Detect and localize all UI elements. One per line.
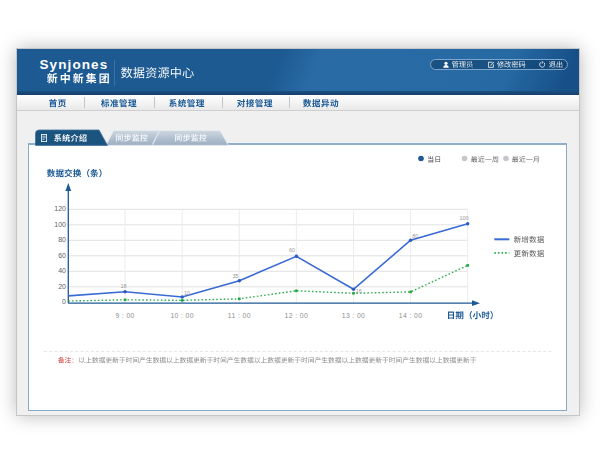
svg-text:0: 0 bbox=[62, 298, 66, 305]
svg-text:11 : 00: 11 : 00 bbox=[228, 312, 251, 319]
svg-text:60: 60 bbox=[58, 252, 66, 259]
svg-text:14 : 00: 14 : 00 bbox=[399, 312, 423, 319]
svg-text:80: 80 bbox=[412, 233, 418, 239]
svg-text:10 : 00: 10 : 00 bbox=[170, 312, 194, 319]
svg-text:13 : 00: 13 : 00 bbox=[342, 312, 366, 319]
svg-text:80: 80 bbox=[58, 236, 66, 243]
svg-text:20: 20 bbox=[58, 283, 66, 290]
svg-text:12 : 00: 12 : 00 bbox=[285, 312, 309, 319]
svg-text:60: 60 bbox=[289, 247, 295, 253]
svg-text:35: 35 bbox=[233, 273, 239, 279]
svg-text:100: 100 bbox=[460, 215, 469, 221]
svg-text:100: 100 bbox=[54, 221, 66, 228]
svg-text:120: 120 bbox=[54, 205, 66, 212]
svg-text:16: 16 bbox=[356, 288, 362, 294]
svg-text:18: 18 bbox=[121, 283, 127, 289]
svg-text:9 : 00: 9 : 00 bbox=[115, 312, 134, 319]
svg-text:10: 10 bbox=[184, 290, 190, 296]
svg-text:40: 40 bbox=[58, 267, 66, 274]
